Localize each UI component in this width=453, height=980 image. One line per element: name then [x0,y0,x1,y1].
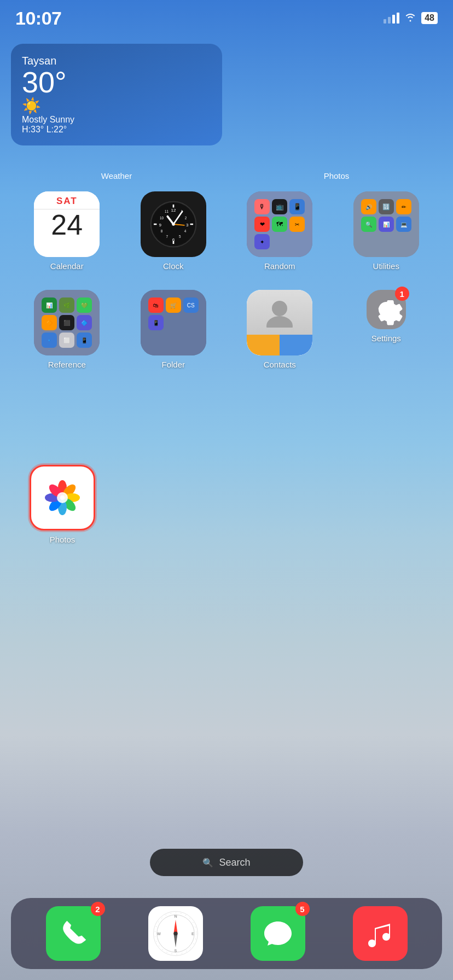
app-label-clock: Clock [163,261,184,271]
calendar-day-number: 24 [51,209,83,241]
svg-point-53 [173,931,177,935]
svg-point-33 [266,316,293,328]
weather-widget-label: Weather [11,171,222,180]
messages-icon [251,906,305,961]
app-grid-row2: 📊 🌿 💚 🔶 ⬛ 🔷 🔹 ⬜ 📱 Reference 🛍 🛒 CS 📱 [16,290,437,369]
dock-item-safari[interactable]: N S E W [148,906,203,961]
app-item-settings[interactable]: 1 Settings [336,290,437,369]
contacts-icon [247,290,312,355]
status-time: 10:07 [15,8,61,29]
settings-badge: 1 [395,287,409,301]
utilities-icon: 🔊 🔢 ✏ 🔍 📊 💻 [353,191,419,257]
signal-icon [384,13,399,24]
search-label: Search [219,857,250,868]
settings-icon-wrapper: 1 [367,290,406,329]
dock-item-messages[interactable]: 5 [251,906,305,961]
svg-text:S: S [174,948,177,953]
app-label-contacts: Contacts [264,360,296,369]
music-icon [353,906,408,961]
phone-icon [46,906,101,961]
dock-item-music[interactable] [353,906,408,961]
reference-icon: 📊 🌿 💚 🔶 ⬛ 🔷 🔹 ⬜ 📱 [34,290,100,355]
dock: 2 N S E W [11,898,442,969]
svg-text:E: E [191,931,194,936]
wifi-icon [404,12,417,25]
photos-widget-label: Photos [231,171,442,180]
app-item-photos-standalone[interactable]: Photos [30,465,95,544]
svg-text:2: 2 [184,216,187,220]
photos-standalone-icon [30,465,95,530]
svg-text:11: 11 [165,209,169,213]
svg-text:6: 6 [172,237,175,242]
app-item-calendar[interactable]: SAT 24 Calendar [16,191,118,271]
svg-point-32 [272,301,287,316]
search-bar[interactable]: 🔍 Search [150,849,303,876]
svg-text:8: 8 [160,229,162,233]
svg-text:7: 7 [166,235,168,238]
app-label-settings: Settings [371,334,401,343]
app-label-utilities: Utilities [373,261,399,271]
app-item-folder[interactable]: 🛍 🛒 CS 📱 Folder [123,290,224,369]
svg-text:W: W [157,931,161,936]
svg-text:4: 4 [184,229,187,233]
weather-widget[interactable]: Taysan 30° ☀️ Mostly Sunny H:33° L:22° [11,44,222,145]
app-item-utilities[interactable]: 🔊 🔢 ✏ 🔍 📊 💻 Utilities [336,191,437,271]
weather-range: H:33° L:22° [22,125,211,135]
svg-point-42 [57,492,68,503]
app-label-photos-standalone: Photos [50,535,76,544]
app-grid-row1: SAT 24 Calendar 12 3 6 9 [16,191,437,271]
app-label-random: Random [264,261,295,271]
app-item-contacts[interactable]: Contacts [229,290,330,369]
calendar-day-name: SAT [56,196,78,206]
weather-description: Mostly Sunny [22,115,211,125]
photos-widget-wrapper: BON APPÉTIT 2023 Photos [231,44,442,164]
app-item-reference[interactable]: 📊 🌿 💚 🔶 ⬛ 🔷 🔹 ⬜ 📱 Reference [16,290,118,369]
app-item-clock[interactable]: 12 3 6 9 1 2 4 5 7 8 10 11 Clock [123,191,224,271]
app-item-random[interactable]: 🎙 📺 📱 ❤ 🗺 ✂ ✦ Random [229,191,330,271]
calendar-icon: SAT 24 [34,191,100,257]
widgets-row: Taysan 30° ☀️ Mostly Sunny H:33° L:22° W… [11,44,442,164]
search-icon: 🔍 [202,858,213,868]
svg-text:3: 3 [186,223,189,228]
random-icon: 🎙 📺 📱 ❤ 🗺 ✂ ✦ [247,191,312,257]
weather-widget-wrapper: Taysan 30° ☀️ Mostly Sunny H:33° L:22° W… [11,44,222,164]
clock-icon: 12 3 6 9 1 2 4 5 7 8 10 11 [141,191,206,257]
app-label-folder: Folder [161,360,185,369]
app-label-reference: Reference [48,360,86,369]
svg-point-31 [172,223,175,225]
folder-icon: 🛍 🛒 CS 📱 [141,290,206,355]
svg-text:N: N [174,914,177,919]
app-label-calendar: Calendar [50,261,84,271]
svg-text:5: 5 [179,235,181,238]
safari-icon: N S E W [148,906,203,961]
weather-temp: 30° [22,67,211,97]
svg-text:10: 10 [160,216,164,220]
phone-badge: 2 [91,902,105,916]
dock-item-phone[interactable]: 2 [46,906,101,961]
svg-text:12: 12 [171,208,176,213]
status-icons: 48 [384,12,438,25]
status-bar: 10:07 48 [0,0,453,30]
weather-sun-icon: ☀️ [22,97,211,115]
battery-icon: 48 [421,12,438,24]
svg-text:9: 9 [159,223,161,228]
messages-badge: 5 [295,902,310,916]
